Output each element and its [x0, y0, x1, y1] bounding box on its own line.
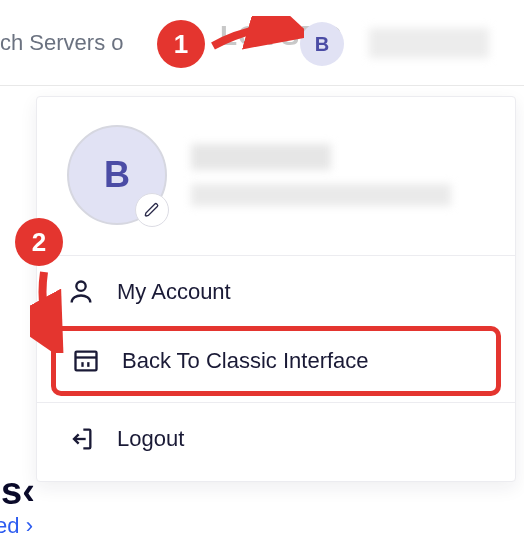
- pencil-icon: [144, 202, 160, 218]
- svg-point-0: [76, 282, 85, 291]
- annotation-step-2-label: 2: [32, 227, 46, 258]
- link-fragment[interactable]: ɹted ›: [0, 513, 35, 539]
- menu-my-account[interactable]: My Account: [37, 262, 515, 322]
- user-name-redacted: [369, 28, 489, 58]
- avatar-large-wrap: B: [67, 125, 167, 225]
- svg-rect-1: [76, 352, 97, 371]
- menu-logout[interactable]: Logout: [37, 409, 515, 469]
- profile-name-redacted: [191, 144, 331, 170]
- layout-icon: [72, 347, 100, 375]
- menu-classic-interface[interactable]: Back To Classic Interface: [72, 341, 480, 381]
- menu-my-account-label: My Account: [117, 279, 231, 305]
- annotation-arrow-1: [209, 16, 304, 56]
- annotation-step-2: 2: [15, 218, 63, 266]
- annotation-step-1-label: 1: [174, 29, 188, 60]
- menu-logout-label: Logout: [117, 426, 184, 452]
- profile-section: B: [37, 97, 515, 256]
- annotation-step-1: 1: [157, 20, 205, 68]
- annotation-arrow-2: [30, 268, 72, 353]
- profile-text: [191, 144, 485, 206]
- search-input-fragment[interactable]: ch Servers o: [0, 30, 124, 56]
- user-avatar-button[interactable]: B: [300, 22, 344, 66]
- profile-email-redacted: [191, 184, 451, 206]
- avatar-large-initial: B: [104, 154, 130, 196]
- menu: My Account Back To Classic Interface Log…: [37, 256, 515, 475]
- menu-classic-label: Back To Classic Interface: [122, 348, 369, 374]
- edit-avatar-button[interactable]: [135, 193, 169, 227]
- user-dropdown: B My Account: [36, 96, 516, 482]
- avatar-initial: B: [315, 33, 329, 56]
- logout-icon: [67, 425, 95, 453]
- page-fragment: ɔs‹ ɹted ›: [0, 469, 35, 545]
- annotation-highlight-box: Back To Classic Interface: [51, 326, 501, 396]
- menu-divider: [37, 402, 515, 403]
- heading-fragment: ɔs‹: [0, 469, 35, 513]
